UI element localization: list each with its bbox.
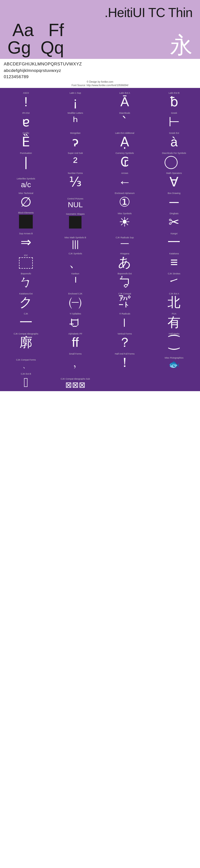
symbol-label: Vertical Forms: [118, 333, 132, 335]
copyright: © Design by fontke.com: [4, 80, 196, 84]
symbol-cell: Arrows←: [100, 169, 150, 189]
grid-area: ASCII!Latin 1 Sup¡Latin Ext AĀLatin Ext …: [0, 88, 200, 392]
symbol-label: Yi Radicals: [119, 312, 130, 315]
symbol-char: ☀: [119, 216, 130, 228]
symbol-label: IPA Ext: [22, 112, 30, 115]
latin-row1: Aa Ff: [7, 21, 64, 39]
symbol-cell: Hiraganaあ: [100, 250, 150, 270]
symbol-char: ✂: [168, 216, 179, 228]
symbol-label: Misc Pictographics: [165, 356, 184, 359]
symbol-char: ㇀: [167, 276, 181, 289]
symbol-cell: CJK Radicals Sup⼀: [100, 229, 150, 250]
symbol-label: Number Forms: [68, 172, 83, 175]
symbol-cell: CJK Compat㌀: [100, 290, 150, 310]
symbol-label: Alphabetic PF: [68, 333, 82, 335]
source: Font Source: http://www.fontke.com/font/…: [4, 84, 196, 87]
symbol-label: Misc Technical: [19, 192, 33, 195]
symbol-char: あ: [118, 256, 131, 269]
symbol-cell: Math Operators∀: [150, 169, 199, 189]
symbol-cell: Number Forms⅓: [51, 169, 100, 189]
symbol-label: Half And Full Forms: [115, 352, 134, 355]
symbol-char: ㆐: [69, 276, 82, 289]
symbol-grid: ASCII!Latin 1 Sup¡Latin Ext AĀLatin Ext …: [1, 89, 199, 390]
symbol-char: ꀀ: [69, 316, 82, 329]
symbol-char: ⼀: [167, 236, 181, 249]
symbol-label: CJK Symbols: [69, 252, 82, 255]
symbol-cell: CJK Strokes㇀: [150, 270, 199, 290]
symbol-char: ①: [119, 195, 130, 209]
symbol-cell: Misc Technical∅: [1, 189, 51, 210]
symbol-cell: Diacriticalsˋ: [100, 109, 150, 129]
symbol-label: Mongolian: [70, 132, 80, 134]
symbol-cell: Sup Arrows B⇒: [1, 229, 51, 250]
symbol-cell: CJK Compat Ideographs Sub⊠⊠⊠: [51, 370, 100, 390]
symbol-cell: Currency Symbols₢: [100, 149, 150, 169]
symbol-cell: Misc Symbols☀: [100, 210, 150, 230]
symbol-label: ASCII: [23, 92, 29, 94]
symbol-cell: Control PicturesNUL: [51, 189, 100, 210]
symbol-label: Misc Math Symbols B: [65, 236, 86, 239]
symbol-char: ƀ: [170, 95, 178, 108]
header-section: .HeitiUI TC Thin Aa Ff Gg Qq 永: [0, 0, 200, 59]
symbol-char: ？: [118, 336, 131, 349]
symbol-label: Super And Sub: [68, 152, 83, 155]
symbol-label: Modifier Letters: [68, 112, 83, 115]
symbol-label: Katakana Ext: [19, 292, 33, 295]
symbol-char: ㆠ: [118, 276, 131, 289]
symbol-cell: Modifier Lettersʰ: [51, 109, 100, 129]
symbol-char: 🐟: [168, 360, 180, 369]
symbol-char: ∀: [169, 176, 178, 188]
symbol-char: Ạ: [120, 135, 129, 148]
symbol-char: ⁐: [169, 336, 179, 349]
symbol-cell: Half Marks⁐: [150, 330, 199, 350]
symbol-label: Misc Symbols: [118, 212, 132, 215]
symbol-char: à: [170, 135, 178, 148]
symbol-char: ɐ: [22, 115, 30, 128]
symbol-cell: Bopomofoㄅ: [1, 270, 51, 290]
symbol-char: ！: [118, 356, 131, 369]
font-title: .HeitiUI TC Thin: [7, 5, 193, 20]
symbol-label: Bopomofo: [21, 272, 31, 275]
symbol-label: CJK Compat Ideographs: [13, 333, 38, 335]
symbol-cell: Yi Radicals꒐: [100, 310, 150, 330]
symbol-char: 、: [23, 362, 30, 369]
symbol-char: Ā: [120, 95, 129, 108]
symbol-char: ク: [19, 296, 33, 309]
symbol-cell: Yi Syllablesꀀ: [51, 310, 100, 330]
symbol-cell: Latin Ext AĀ: [100, 89, 150, 109]
symbol-label: CJK Compat: [118, 292, 131, 295]
symbol-char: ⅓: [69, 176, 81, 188]
symbol-cell: Geometric Shapes: [51, 210, 100, 230]
symbol-label: CJK Strokes: [168, 272, 180, 275]
symbol-char: ㌀: [118, 296, 131, 309]
symbol-char: ⊠⊠⊠: [65, 381, 85, 389]
symbol-label: Enclosed CJK: [68, 292, 82, 295]
symbol-cell: Box Drawing─: [150, 189, 199, 210]
symbol-char: ¡: [73, 95, 78, 108]
symbol-label: CJK Radicals Sup: [116, 236, 134, 239]
symbol-label: Geometric Shapes: [66, 213, 85, 216]
symbol-cell: Greek⊢: [150, 109, 199, 129]
symbol-label: Half Marks: [169, 333, 179, 335]
symbol-char: ﹐: [69, 356, 82, 369]
symbol-label: Katakana: [169, 252, 179, 255]
symbol-cell: Latin Ext AdditionalẠ: [100, 129, 150, 149]
symbol-char: ∅: [20, 195, 32, 209]
geo-square: [69, 216, 81, 228]
symbol-label: Kangxi: [170, 232, 177, 235]
symbol-cell: CJK Ext B𠀀: [1, 370, 51, 390]
symbol-label: Sup Arrows B: [19, 232, 33, 235]
symbol-char: ≡: [170, 256, 178, 269]
symbol-cell: Block Elements: [1, 210, 51, 230]
symbol-label: Diacriticals For Symbols: [162, 152, 186, 155]
symbol-label: CJK Ext A: [169, 292, 179, 295]
symbol-char: a/c: [21, 181, 31, 188]
symbol-char: 有: [167, 316, 181, 329]
symbol-char: ₢: [120, 155, 129, 168]
symbol-cell: Half And Full Forms！: [100, 350, 150, 370]
symbol-cell: Super And Sub²: [51, 149, 100, 169]
symbol-label: CJK Ext B: [21, 373, 31, 375]
symbol-cell: CJK Compat Forms、: [1, 350, 51, 370]
digits-row: 0123456789: [4, 74, 196, 80]
symbol-cell: Bopomofo Extㆠ: [100, 270, 150, 290]
